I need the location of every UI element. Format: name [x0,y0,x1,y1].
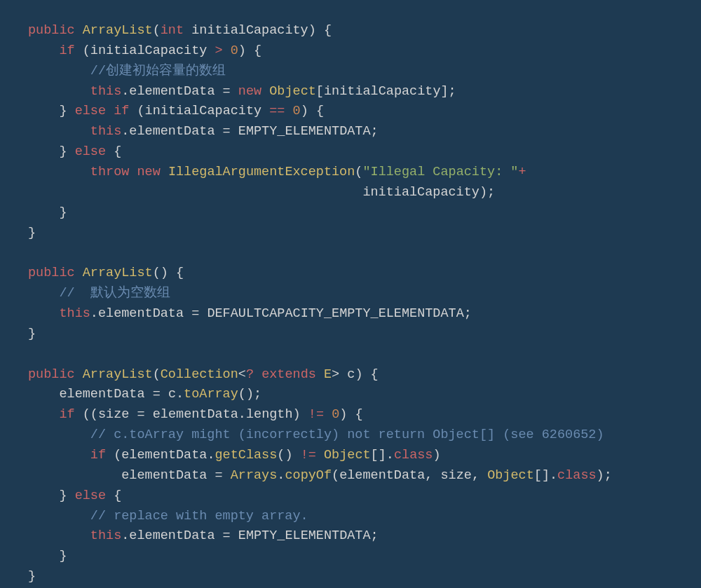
comma: , [472,468,479,483]
type-param: E [324,367,332,382]
semicolon: ; [371,124,379,139]
keyword-if: if [59,43,74,58]
paren: ) [246,387,254,402]
method-call: getClass [215,448,278,463]
brace: } [28,226,36,240]
method-call: copyOf [285,468,332,483]
comment: // 默认为空数组 [59,286,170,301]
type-object: Object [487,468,534,483]
equals: = [223,84,231,99]
keyword-this: this [90,84,121,99]
keyword-public: public [28,23,75,38]
operator: != [301,448,316,463]
number: 0 [293,104,301,118]
semicolon: ; [487,185,495,200]
dot: . [121,84,129,99]
dot: . [386,448,394,463]
identifier: elementData [153,407,238,422]
paren: ) [355,367,362,382]
keyword-public: public [28,367,75,382]
bracket: ] [379,448,386,463]
paren: ( [332,468,339,483]
number: 0 [332,407,339,422]
paren: ) [597,468,604,483]
angle-bracket: > [332,367,339,382]
paren: ( [90,407,98,422]
string-literal: "Illegal Capacity: " [362,165,518,179]
keyword-int: int [161,23,184,38]
paren: ( [355,165,362,179]
keyword-else: else [75,104,106,118]
dot: . [550,468,557,483]
type-arraylist: ArrayList [83,23,153,38]
equals: = [191,306,199,321]
type-arraylist: ArrayList [83,367,153,382]
dot: . [176,387,184,402]
constant: EMPTY_ELEMENTDATA [238,124,371,139]
keyword-if: if [90,448,106,463]
angle-bracket: < [238,367,246,382]
operator: + [518,165,526,179]
bracket: [ [534,468,542,483]
brace: } [59,549,67,563]
equals: = [223,528,231,543]
keyword-class: class [394,448,433,463]
wildcard: ? [246,367,254,382]
comment: //创建初始容量的数组 [90,64,226,78]
type-object: Object [324,448,371,463]
keyword-public: public [28,266,75,280]
paren: ) [238,43,246,58]
equals: = [153,387,161,402]
paren: ( [153,266,161,280]
paren: ( [153,367,161,382]
identifier: elementData [121,448,207,463]
identifier: c [347,367,355,382]
identifier: initialCapacity [145,104,262,118]
comment: // c.toArray might (incorrectly) not ret… [90,428,604,442]
keyword-new: new [238,84,261,99]
keyword-this: this [90,528,121,543]
equals: = [137,407,145,422]
dot: . [207,448,215,463]
number: 0 [231,43,238,58]
paren: ( [114,448,121,463]
identifier: initialCapacity [324,84,441,99]
brace: { [114,144,121,159]
dot: . [90,306,98,321]
constant: DEFAULTCAPACITY_EMPTY_ELEMENTDATA [207,306,463,321]
dot: . [277,468,285,483]
brace: { [176,266,184,280]
brace: { [114,488,121,503]
operator: != [308,407,324,422]
type-exception: IllegalArgumentException [168,165,355,179]
operator: == [269,104,285,118]
dot: . [121,528,129,543]
constant: EMPTY_ELEMENTDATA [238,528,371,543]
paren: ) [301,104,308,118]
keyword-extends: extends [261,367,316,382]
bracket: ] [542,468,550,483]
paren: ( [83,43,90,58]
brace: { [371,367,379,382]
keyword-if: if [114,104,129,118]
paren: ( [137,104,145,118]
brace: } [59,144,67,159]
paren: ) [293,407,301,422]
comma: , [425,468,433,483]
bracket: [ [316,84,324,99]
paren: ) [308,23,316,38]
paren: ( [153,23,161,38]
brace: { [355,407,362,422]
brace: { [316,104,324,118]
paren: ) [433,448,440,463]
paren: ( [277,448,285,463]
semicolon: ; [449,84,456,99]
code-block: public ArrayList(int initialCapacity) { … [0,0,701,588]
keyword-this: this [90,124,121,139]
keyword-new: new [137,165,160,179]
paren: ( [238,387,246,402]
type-arrays: Arrays [231,468,278,483]
comment: // replace with empty array. [90,509,308,524]
paren: ) [479,185,487,200]
brace: { [324,23,332,38]
